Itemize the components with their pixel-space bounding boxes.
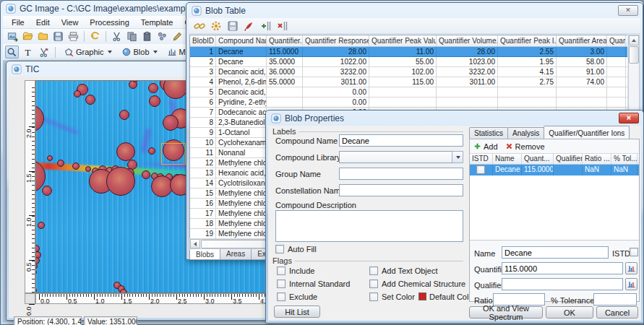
- settings-gear-icon[interactable]: [209, 20, 223, 32]
- table-row[interactable]: 3Decanoic acid, ...36.00003232.00102.003…: [190, 67, 627, 77]
- column-header[interactable]: Name: [493, 154, 522, 164]
- column-header[interactable]: Quantifier Area(1): [557, 35, 607, 46]
- chromatogram-blob[interactable]: [74, 90, 81, 98]
- chromatogram-blob[interactable]: [148, 147, 155, 155]
- compound-name-field[interactable]: [339, 134, 463, 147]
- chromatogram-blob[interactable]: [116, 142, 135, 161]
- save-icon[interactable]: [51, 30, 65, 43]
- constellation-name-field[interactable]: [339, 184, 463, 196]
- column-header[interactable]: Qualifier: [554, 154, 583, 164]
- table-row[interactable]: 5Decanoic acid, ...0.00: [190, 87, 627, 98]
- chromatogram-blob[interactable]: [35, 105, 44, 132]
- blob-properties-titlebar[interactable]: Blob Properties ✕: [266, 110, 643, 124]
- scrollbar-thumb[interactable]: [629, 46, 639, 64]
- scroll-up-button[interactable]: [629, 35, 639, 46]
- chromatogram-blob[interactable]: [38, 222, 45, 229]
- save-table-icon[interactable]: [226, 20, 239, 32]
- column-header[interactable]: ISTD: [470, 154, 493, 164]
- column-header[interactable]: Compound Name: [216, 35, 267, 46]
- chromatogram-blob[interactable]: [35, 287, 37, 293]
- blob-edit-tool-button[interactable]: [37, 46, 51, 58]
- internal-standard-checkbox[interactable]: [277, 280, 285, 288]
- tab-areas[interactable]: Areas: [220, 249, 252, 260]
- chromatogram-blob[interactable]: [42, 186, 52, 196]
- chromatogram-blob[interactable]: [149, 95, 160, 107]
- ok-button[interactable]: OK: [546, 306, 593, 318]
- compound-library-dropdown-button[interactable]: [452, 151, 463, 163]
- istd-checkbox[interactable]: [630, 248, 638, 256]
- qualifier-field[interactable]: [502, 278, 623, 290]
- graphic-dropdown[interactable]: Graphic: [60, 46, 116, 59]
- scroll-left-button[interactable]: [190, 239, 200, 248]
- chromatogram-blob[interactable]: [85, 166, 91, 172]
- blob-table-titlebar[interactable]: Blob Table ✕: [186, 3, 643, 17]
- add-text-object-checkbox[interactable]: [369, 266, 378, 275]
- tolerance-field[interactable]: [593, 293, 637, 306]
- column-header[interactable]: Ratio ...: [583, 154, 611, 164]
- label-pen-icon[interactable]: [242, 20, 256, 32]
- blob-set-icon[interactable]: [155, 30, 169, 43]
- chromatogram-blob[interactable]: [72, 162, 80, 170]
- table-row[interactable]: 4Phenol, 2,6-dim...55.00003011.00115.003…: [190, 77, 627, 87]
- cancel-button[interactable]: Cancel: [596, 306, 638, 318]
- remove-column-icon[interactable]: [275, 20, 289, 32]
- include-checkbox[interactable]: [277, 266, 285, 275]
- column-header[interactable]: Quantifier Volume...: [437, 35, 498, 46]
- add-ion-button[interactable]: Add: [470, 142, 502, 152]
- column-header[interactable]: Quantifier Peak Value...: [369, 35, 437, 46]
- remove-ion-button[interactable]: Remove: [502, 142, 549, 152]
- qualifier-spectrum-button[interactable]: [625, 278, 637, 290]
- close-icon[interactable]: ✕: [619, 113, 639, 124]
- menu-file[interactable]: File: [6, 17, 30, 28]
- exclude-checkbox[interactable]: [277, 292, 285, 301]
- menu-edit[interactable]: Edit: [30, 17, 56, 28]
- copy-icon[interactable]: [125, 30, 139, 43]
- menu-template[interactable]: Template: [135, 17, 179, 28]
- column-header[interactable]: Quantifier: [607, 35, 626, 46]
- column-header[interactable]: Quantifier Response...: [303, 35, 369, 46]
- chromatogram-blob[interactable]: [35, 269, 37, 276]
- table-row[interactable]: 6Pyridine, 2-ethy...0.00: [190, 98, 627, 108]
- group-name-field[interactable]: [339, 168, 463, 180]
- quantifier-field[interactable]: [502, 262, 623, 274]
- tab-blobs[interactable]: Blobs: [189, 249, 220, 260]
- default-color-swatch[interactable]: [418, 292, 426, 300]
- column-header[interactable]: BlobID: [190, 35, 216, 46]
- export-chromatogram-icon[interactable]: [6, 30, 20, 43]
- compound-description-field[interactable]: [275, 210, 463, 242]
- chromatogram-blob[interactable]: [35, 264, 38, 269]
- column-header[interactable]: Quantifier Peak I...: [498, 35, 557, 46]
- text-tool-button[interactable]: T: [21, 46, 35, 58]
- chromatogram-blob[interactable]: [106, 167, 135, 196]
- ion-row[interactable]: Decane115.0000NaNNaN: [470, 165, 639, 176]
- chromatogram-blob[interactable]: [163, 115, 179, 131]
- undo-icon[interactable]: [88, 30, 102, 43]
- chromatogram-blob[interactable]: [119, 110, 129, 120]
- zoom-tool-button[interactable]: [5, 46, 19, 58]
- hit-list-button[interactable]: Hit List: [274, 306, 320, 318]
- set-color-checkbox[interactable]: [369, 292, 378, 301]
- chromatogram-blob[interactable]: [57, 160, 64, 167]
- ok-view-spectrum-button[interactable]: OK and View Spectrum: [469, 306, 543, 318]
- chromatogram-blob[interactable]: [142, 170, 150, 179]
- ion-istd-checkbox[interactable]: [476, 165, 485, 174]
- table-row[interactable]: 1Decane115.000028.0011.0028.002.553.00: [190, 47, 627, 57]
- cut-icon[interactable]: [110, 30, 124, 43]
- compound-library-field[interactable]: [339, 151, 463, 163]
- column-header[interactable]: Quantifier...: [267, 35, 303, 46]
- menu-view[interactable]: View: [56, 17, 85, 28]
- quantifier-spectrum-button[interactable]: [625, 262, 637, 274]
- chromatogram-blob[interactable]: [47, 155, 53, 161]
- add-column-icon[interactable]: [259, 20, 272, 32]
- table-row[interactable]: 2Decane35.00001022.0055.001023.001.9558.…: [190, 57, 627, 67]
- draw-pen-icon[interactable]: [171, 30, 184, 43]
- menu-processing[interactable]: Processing: [84, 17, 134, 28]
- chromatogram-blob[interactable]: [163, 80, 188, 99]
- column-header[interactable]: % Tol...: [611, 154, 637, 164]
- add-chemical-structure-checkbox[interactable]: [369, 280, 378, 288]
- blob-dropdown[interactable]: Blob: [118, 46, 161, 59]
- print-icon[interactable]: [66, 30, 80, 43]
- close-file-icon[interactable]: [36, 30, 50, 43]
- chromatogram-blob[interactable]: [85, 95, 95, 105]
- ion-name-field[interactable]: [502, 246, 609, 259]
